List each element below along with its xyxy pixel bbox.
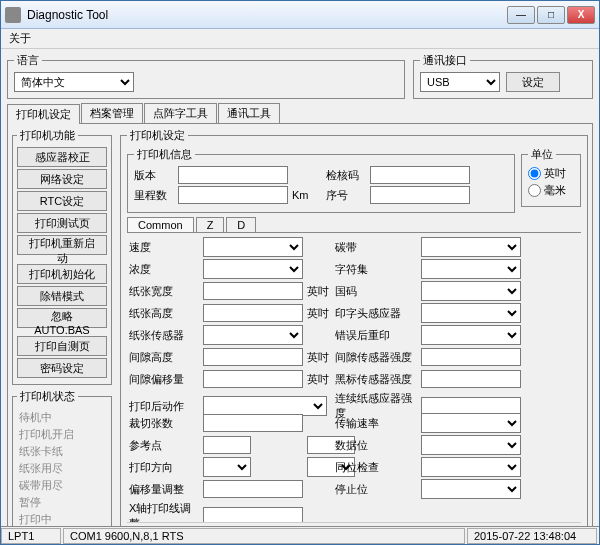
status-legend: 打印机状态 (17, 389, 78, 404)
sub-tabs: Common Z D (127, 217, 581, 233)
comm-set-button[interactable]: 设定 (506, 72, 560, 92)
fld-xoffset[interactable] (203, 507, 303, 522)
fld-postact[interactable] (203, 396, 327, 416)
fld-stopbit[interactable] (421, 479, 521, 499)
fld-codepage[interactable] (421, 281, 521, 301)
fld-height[interactable] (203, 304, 303, 322)
status-com: COM1 9600,N,8,1 RTS (63, 528, 465, 544)
fld-charset[interactable] (421, 259, 521, 279)
status-lpt: LPT1 (1, 528, 61, 544)
fld-mileage[interactable] (178, 186, 288, 204)
language-group: 语言 简体中文 (7, 53, 405, 99)
comm-group: 通讯接口 USB 设定 (413, 53, 593, 99)
btn-rtc[interactable]: RTC设定 (17, 191, 107, 211)
comm-select[interactable]: USB (420, 72, 500, 92)
fld-bmsensor[interactable] (421, 370, 521, 388)
fld-checksum[interactable] (370, 166, 470, 184)
info-legend: 打印机信息 (134, 147, 195, 162)
func-legend: 打印机功能 (17, 128, 78, 143)
tab-bitmap-font[interactable]: 点阵字工具 (144, 103, 217, 123)
btn-network[interactable]: 网络设定 (17, 169, 107, 189)
status-idle: 待机中 (17, 410, 107, 425)
status-ribbonout: 碳带用尽 (17, 478, 107, 493)
status-paperout: 纸张用尽 (17, 461, 107, 476)
titlebar: Diagnostic Tool — □ X (1, 1, 599, 29)
tab-comm-tool[interactable]: 通讯工具 (218, 103, 280, 123)
fld-refx[interactable] (203, 436, 251, 454)
btn-ignore-autobas[interactable]: 忽略 AUTO.BAS (17, 308, 107, 328)
status-group: 打印机状态 待机中 打印机开启 纸张卡纸 纸张用尽 碳带用尽 暂停 打印中 其它… (12, 389, 112, 526)
status-printing: 打印中 (17, 512, 107, 526)
tab-file-mgmt[interactable]: 档案管理 (81, 103, 143, 123)
menubar: 关于 (1, 29, 599, 49)
fld-papersensor[interactable] (203, 325, 303, 345)
status-jam: 纸张卡纸 (17, 444, 107, 459)
fld-version[interactable] (178, 166, 288, 184)
language-legend: 语言 (14, 53, 42, 68)
lbl-serial: 序号 (326, 188, 366, 203)
lbl-checksum: 检核码 (326, 168, 366, 183)
btn-sensor-calib[interactable]: 感应器校正 (17, 147, 107, 167)
window-title: Diagnostic Tool (27, 8, 507, 22)
status-time: 2015-07-22 13:48:04 (467, 528, 597, 544)
maximize-button[interactable]: □ (537, 6, 565, 24)
tab-printer-setup[interactable]: 打印机设定 (7, 104, 80, 124)
language-select[interactable]: 简体中文 (14, 72, 134, 92)
fld-headsensor[interactable] (421, 303, 521, 323)
unit-group: 单位 英吋 毫米 (521, 147, 581, 207)
fld-cutcount[interactable] (203, 414, 303, 432)
fld-baudrate[interactable] (421, 413, 521, 433)
app-icon (5, 7, 21, 23)
subtab-d[interactable]: D (226, 217, 256, 232)
fld-databits[interactable] (421, 435, 521, 455)
lbl-km: Km (292, 189, 322, 201)
btn-init[interactable]: 打印机初始化 (17, 264, 107, 284)
fld-ribbon[interactable] (421, 237, 521, 257)
status-pause: 暂停 (17, 495, 107, 510)
fld-parity[interactable] (421, 457, 521, 477)
close-button[interactable]: X (567, 6, 595, 24)
btn-password[interactable]: 密码设定 (17, 358, 107, 378)
fld-dir1[interactable] (203, 457, 251, 477)
statusbar: LPT1 COM1 9600,N,8,1 RTS 2015-07-22 13:4… (1, 526, 599, 544)
setup-legend: 打印机设定 (127, 128, 188, 143)
menu-about[interactable]: 关于 (9, 31, 31, 46)
lbl-mileage: 里程数 (134, 188, 174, 203)
fld-density[interactable] (203, 259, 303, 279)
subtab-common[interactable]: Common (127, 217, 194, 232)
radio-mm[interactable] (528, 184, 541, 197)
status-open: 打印机开启 (17, 427, 107, 442)
minimize-button[interactable]: — (507, 6, 535, 24)
unit-legend: 单位 (528, 147, 556, 162)
setup-group: 打印机设定 打印机信息 版本 检核码 里程数 (120, 128, 588, 526)
fld-gapsensor[interactable] (421, 348, 521, 366)
fld-reprint[interactable] (421, 325, 521, 345)
btn-test-page[interactable]: 打印测试页 (17, 213, 107, 233)
lbl-version: 版本 (134, 168, 174, 183)
fld-offset[interactable] (203, 480, 303, 498)
btn-debug[interactable]: 除错模式 (17, 286, 107, 306)
fld-gap[interactable] (203, 348, 303, 366)
main-tabs: 打印机设定 档案管理 点阵字工具 通讯工具 (7, 103, 593, 123)
app-window: Diagnostic Tool — □ X 关于 语言 简体中文 通讯接口 US… (0, 0, 600, 545)
fld-serial[interactable] (370, 186, 470, 204)
info-group: 打印机信息 版本 检核码 里程数 Km 序号 (127, 147, 515, 213)
func-group: 打印机功能 感应器校正 网络设定 RTC设定 打印测试页 打印机重新启动 打印机… (12, 128, 112, 385)
btn-selftest[interactable]: 打印自测页 (17, 336, 107, 356)
comm-legend: 通讯接口 (420, 53, 470, 68)
subtab-z[interactable]: Z (196, 217, 225, 232)
fld-speed[interactable] (203, 237, 303, 257)
fld-width[interactable] (203, 282, 303, 300)
radio-inch[interactable] (528, 167, 541, 180)
fld-gapoffset[interactable] (203, 370, 303, 388)
btn-restart[interactable]: 打印机重新启动 (17, 235, 107, 255)
